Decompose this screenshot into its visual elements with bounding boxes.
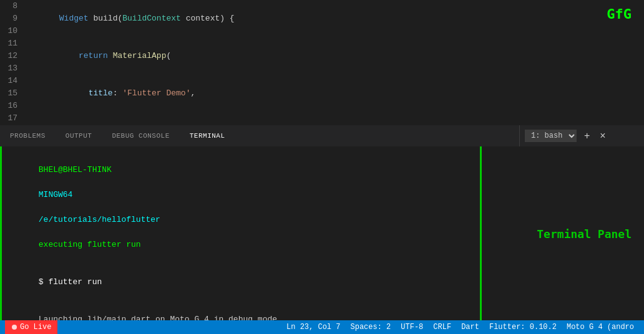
code-line-9: return MaterialApp(: [30, 37, 644, 75]
tab-debug-console[interactable]: DEBUG CONSOLE: [102, 125, 179, 147]
status-bar: Go Live Ln 23, Col 7 Spaces: 2 UTF-8 CRL…: [0, 320, 644, 334]
status-encoding[interactable]: UTF-8: [396, 320, 428, 334]
terminal-panel-label: Terminal Panel: [537, 227, 632, 240]
prompt-spacer: [39, 227, 136, 237]
prompt-space: [39, 178, 44, 187]
status-position[interactable]: Ln 23, Col 7: [281, 320, 345, 334]
status-spaces[interactable]: Spaces: 2: [345, 320, 396, 334]
terminal-line-launching: Launching lib/main.dart on Moto G 4 in d…: [9, 301, 472, 320]
code-line-8: Widget build(BuildContext context) {: [30, 0, 644, 37]
prompt-user: BHEL@BHEL-THINK: [39, 165, 112, 174]
code-content[interactable]: Widget build(BuildContext context) { ret…: [27, 0, 644, 125]
add-terminal-button[interactable]: +: [582, 130, 592, 141]
code-line-10: title: 'Flutter Demo',: [30, 75, 644, 112]
close-panel-button[interactable]: ×: [597, 130, 608, 141]
bash-select[interactable]: 1: bash 2: zsh: [525, 130, 577, 142]
line-numbers: 8 9 10 11 12 13 14 15 16 17: [0, 0, 27, 125]
executing-text: executing flutter run: [39, 240, 141, 249]
panel-tabs-wrapper: PROBLEMS OUTPUT DEBUG CONSOLE TERMINAL: [0, 125, 519, 146]
tab-problems[interactable]: PROBLEMS: [0, 125, 56, 147]
terminal-right-panel: Terminal Panel: [482, 146, 644, 320]
tab-output[interactable]: OUTPUT: [56, 125, 102, 147]
status-device[interactable]: Moto G 4 (andro: [562, 320, 639, 334]
terminal-prompt-line: BHEL@BHEL-THINK MINGW64 /e/tutorials/hel…: [9, 151, 472, 264]
terminal-line-run: $ flutter run: [9, 264, 472, 301]
terminal-header-right: 1: bash 2: zsh + ×: [519, 125, 644, 146]
go-live-label: Go Live: [20, 320, 51, 334]
code-line-11: theme: ThemeData(: [30, 112, 644, 125]
panel-header: PROBLEMS OUTPUT DEBUG CONSOLE TERMINAL 1…: [0, 125, 644, 146]
status-flutter-version[interactable]: Flutter: 0.10.2: [484, 320, 562, 334]
prompt-space2: [39, 203, 44, 212]
gfg-watermark: GfG: [607, 6, 632, 22]
go-live-button[interactable]: Go Live: [5, 320, 57, 334]
status-language[interactable]: Dart: [456, 320, 484, 334]
live-icon: [11, 324, 17, 330]
terminal-area: BHEL@BHEL-THINK MINGW64 /e/tutorials/hel…: [0, 146, 644, 320]
code-editor: 8 9 10 11 12 13 14 15 16 17 Widget build…: [0, 0, 644, 125]
status-line-ending[interactable]: CRLF: [428, 320, 456, 334]
tab-terminal[interactable]: TERMINAL: [180, 125, 235, 147]
prompt-path: /e/tutorials/helloflutter: [39, 215, 160, 224]
svg-point-0: [12, 325, 17, 330]
terminal-content[interactable]: BHEL@BHEL-THINK MINGW64 /e/tutorials/hel…: [2, 146, 480, 320]
prompt-mingw: MINGW64: [39, 190, 73, 199]
